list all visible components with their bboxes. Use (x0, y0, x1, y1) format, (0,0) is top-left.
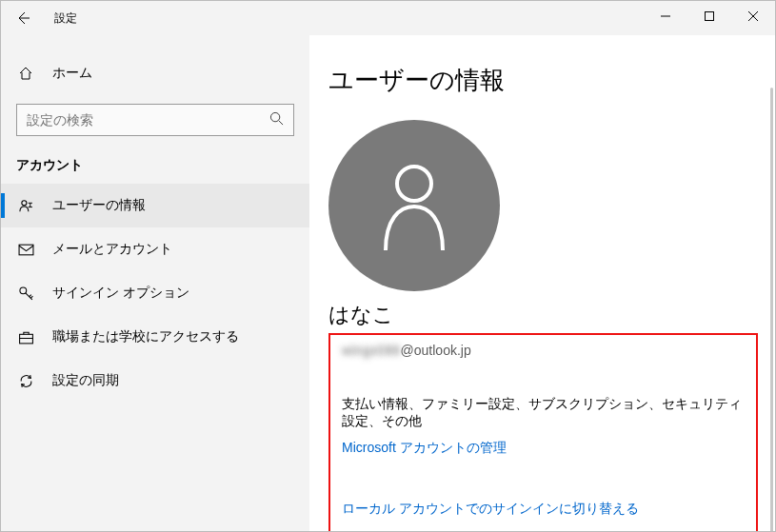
search-box[interactable] (16, 104, 294, 136)
email-local: wingx086 (342, 343, 401, 358)
person-icon (16, 198, 35, 214)
scrollbar[interactable] (770, 88, 773, 531)
nav-item-your-info[interactable]: ユーザーの情報 (1, 184, 309, 227)
window-controls (644, 1, 775, 31)
avatar (328, 120, 500, 291)
nav-item-signin-options[interactable]: サインイン オプション (1, 271, 309, 315)
home-button[interactable]: ホーム (1, 52, 309, 94)
nav-label: サインイン オプション (52, 285, 189, 302)
account-desc: 支払い情報、ファミリー設定、サブスクリプション、セキュリティ設定、その他 (342, 396, 745, 430)
switch-local-account-link[interactable]: ローカル アカウントでのサインインに切り替える (342, 501, 639, 518)
svg-point-1 (270, 112, 279, 121)
content-pane: ユーザーの情報 はなこ wingx086@outlook.jp 支払い情報、ファ… (309, 35, 775, 531)
arrow-left-icon (15, 10, 30, 26)
search-input[interactable] (27, 112, 284, 128)
svg-point-2 (21, 200, 26, 205)
highlighted-info-box: wingx086@outlook.jp 支払い情報、ファミリー設定、サブスクリプ… (328, 333, 758, 531)
title-bar: 設定 (1, 1, 775, 35)
nav-item-access-work-school[interactable]: 職場または学校にアクセスする (1, 315, 309, 359)
minimize-button[interactable] (644, 1, 687, 31)
user-silhouette-icon (380, 161, 448, 250)
search-icon (269, 111, 284, 128)
home-icon (16, 66, 35, 81)
manage-msaccount-link[interactable]: Microsoft アカウントの管理 (342, 440, 507, 457)
nav-item-sync-settings[interactable]: 設定の同期 (1, 359, 309, 403)
close-button[interactable] (731, 1, 775, 31)
back-button[interactable] (1, 1, 45, 35)
maximize-icon (705, 11, 714, 21)
maximize-button[interactable] (687, 1, 731, 31)
briefcase-icon (16, 329, 35, 345)
svg-rect-3 (19, 245, 33, 255)
svg-point-4 (19, 286, 26, 293)
nav-item-email-accounts[interactable]: メールとアカウント (1, 227, 309, 271)
nav-label: 設定の同期 (52, 372, 119, 389)
minimize-icon (661, 11, 670, 21)
user-name: はなこ (328, 301, 775, 329)
sidebar: ホーム アカウント ユーザーの情報 メールとアカウント サインイン (1, 35, 309, 531)
window-title: 設定 (54, 10, 77, 27)
home-label: ホーム (52, 65, 92, 82)
svg-point-6 (397, 167, 431, 201)
svg-rect-0 (706, 12, 714, 21)
close-icon (748, 11, 758, 21)
key-icon (16, 286, 35, 302)
email-domain: @outlook.jp (401, 343, 471, 358)
mail-icon (16, 242, 35, 258)
nav-label: メールとアカウント (52, 241, 172, 258)
nav-label: 職場または学校にアクセスする (52, 328, 239, 345)
category-header: アカウント (1, 136, 309, 184)
nav-label: ユーザーの情報 (52, 197, 146, 214)
sync-icon (16, 373, 35, 389)
email-line: wingx086@outlook.jp (342, 343, 745, 358)
page-title: ユーザーの情報 (328, 64, 775, 97)
